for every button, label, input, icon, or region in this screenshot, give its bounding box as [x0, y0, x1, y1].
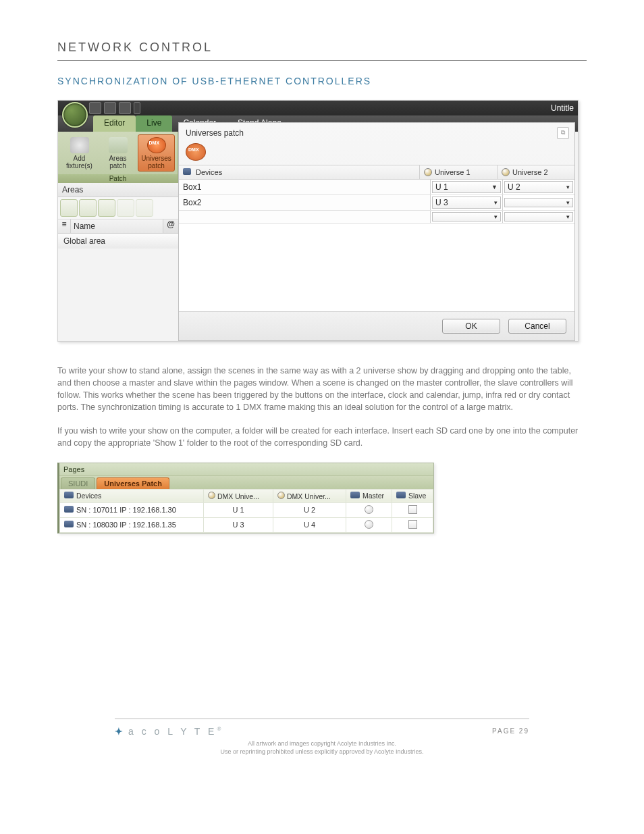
universe-select[interactable]: ▾	[432, 212, 501, 221]
tab-editor[interactable]: Editor	[93, 115, 136, 132]
master-icon	[350, 492, 360, 498]
devices-column-header: Devices	[196, 168, 222, 176]
areas-patch-label: Areas patch	[109, 155, 126, 170]
dialog-options-button[interactable]: ⧉	[557, 127, 569, 139]
areas-panel-header: Areas	[58, 183, 178, 197]
window-title: Untitle	[551, 103, 574, 113]
page-number: PAGE 29	[492, 727, 529, 735]
chevron-down-icon: ▾	[566, 213, 570, 220]
copyright-line: Use or reprinting prohibited unless expl…	[115, 748, 529, 756]
device-icon	[183, 168, 191, 175]
dmx-icon	[147, 137, 166, 153]
master-radio[interactable]	[365, 505, 373, 514]
footer-rule	[115, 719, 529, 719]
dmx1-column-header: DMX Unive...	[217, 492, 259, 500]
tab-siudi[interactable]: SIUDI	[61, 477, 95, 489]
add-fixtures-label: Add fixture(s)	[66, 155, 92, 170]
universe-select[interactable]: ▾	[504, 198, 573, 207]
areas-down-button[interactable]	[136, 199, 153, 217]
dmx-cell: U 2	[273, 502, 346, 517]
slave-checkbox[interactable]	[408, 505, 417, 514]
dialog-title: Universes patch	[186, 128, 244, 138]
global-area-row[interactable]: Global area	[58, 234, 178, 249]
chevron-down-icon: ▾	[494, 199, 498, 206]
areas-patch-icon	[109, 137, 128, 153]
qat-dropdown[interactable]	[134, 102, 140, 114]
qat-button[interactable]	[104, 102, 116, 114]
gear-plus-icon	[70, 137, 89, 153]
qat-button[interactable]	[89, 102, 101, 114]
qat-button[interactable]	[119, 102, 131, 114]
pages-panel-header: Pages	[59, 463, 433, 476]
ribbon-group-label: Patch	[58, 174, 178, 183]
dmx-cell: U 4	[273, 517, 346, 532]
slave-icon	[396, 492, 406, 498]
devices-column-header: Devices	[76, 492, 101, 500]
slave-column-header: Slave	[408, 492, 426, 500]
universe2-column-header: Universe 2	[512, 168, 548, 176]
device-label: SN : 108030 IP : 192.168.1.35	[76, 521, 176, 529]
universes-patch-dialog: Universes patch ⧉ Devices Universe 1 Uni…	[178, 122, 575, 341]
cancel-button[interactable]: Cancel	[508, 319, 566, 334]
universe-icon	[277, 492, 285, 499]
universe-select[interactable]: U 1▼	[432, 181, 501, 193]
table-row[interactable]: SN : 107011 IP : 192.168.1.30	[60, 502, 204, 517]
screenshot-universes-patch: Untitle Editor Live Calendar Stand Alone…	[57, 100, 579, 342]
tab-universes-patch[interactable]: Universes Patch	[97, 477, 169, 489]
universe-icon	[208, 492, 215, 499]
device-cell: Box2	[179, 195, 431, 210]
name-column-header: Name	[71, 219, 163, 233]
quick-access-toolbar	[89, 102, 140, 114]
universes-patch-label: Universes patch	[141, 155, 171, 170]
master-radio[interactable]	[365, 520, 373, 529]
universe1-column-header: Universe 1	[435, 168, 471, 176]
chevron-down-icon: ▾	[566, 184, 570, 190]
dmx-icon	[186, 143, 206, 161]
universe-select[interactable]: U 3▾	[432, 197, 501, 209]
master-column-header: Master	[363, 492, 384, 500]
tab-live[interactable]: Live	[136, 115, 172, 132]
table-row[interactable]: SN : 108030 IP : 192.168.1.35	[60, 517, 204, 532]
universe-select[interactable]: U 2▾	[504, 181, 573, 193]
device-icon	[64, 492, 74, 498]
areas-tool-button[interactable]	[79, 199, 97, 217]
device-cell	[179, 211, 431, 223]
areas-tool-button[interactable]	[60, 199, 78, 217]
universe-icon	[424, 168, 432, 176]
add-fixtures-button[interactable]: Add fixture(s)	[61, 134, 98, 172]
universes-patch-button[interactable]: Universes patch	[138, 134, 175, 172]
dmx-cell: U 3	[204, 517, 273, 532]
areas-up-button[interactable]	[117, 199, 134, 217]
device-icon	[64, 506, 74, 513]
universe-icon	[502, 168, 510, 176]
slave-checkbox[interactable]	[408, 520, 417, 529]
ok-button[interactable]: OK	[442, 319, 500, 334]
dmx-cell: U 1	[204, 502, 273, 517]
body-paragraph: To write your show to stand alone, assig…	[57, 365, 587, 414]
screenshot-pages-panel: Pages SIUDI Universes Patch Devices DMX …	[57, 463, 434, 533]
areas-patch-button[interactable]: Areas patch	[99, 134, 136, 172]
universe-select[interactable]: ▾	[504, 212, 573, 221]
section-title: SYNCHRONIZATION OF USB-ETHERNET CONTROLL…	[57, 76, 587, 86]
areas-tool-button[interactable]	[98, 199, 115, 217]
page-heading: NETWORK CONTROL	[57, 41, 587, 55]
at-column-header: @	[163, 219, 178, 233]
chevron-down-icon: ▾	[566, 199, 570, 206]
chevron-down-icon: ▼	[491, 184, 498, 190]
device-label: SN : 107011 IP : 192.168.1.30	[76, 506, 176, 514]
device-cell: Box1	[179, 180, 431, 194]
brand-logo: ✦a c o L Y T E®	[115, 726, 223, 737]
app-orb-button[interactable]	[62, 102, 88, 128]
list-icon: ≡	[58, 219, 71, 233]
heading-rule	[57, 60, 587, 61]
body-paragraph: If you wish to write your show on the co…	[57, 425, 587, 449]
device-icon	[64, 521, 74, 527]
copyright-line: All artwork and images copyright Acolyte…	[115, 739, 529, 748]
chevron-down-icon: ▾	[494, 213, 498, 220]
dmx2-column-header: DMX Univer...	[287, 492, 331, 500]
